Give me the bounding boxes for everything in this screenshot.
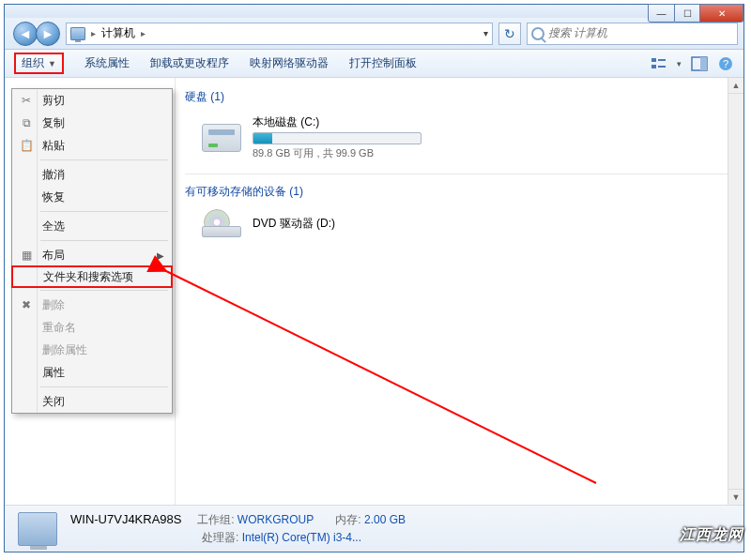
nav-arrows: ◄ ► — [13, 22, 60, 46]
chevron-down-icon: ▼ — [48, 59, 56, 68]
organize-context-menu: ✂剪切 ⧉复制 📋粘贴 撤消 恢复 全选 ▦布局▶ 文件夹和搜索选项 ✖删除 重… — [11, 88, 173, 414]
help-button[interactable]: ? — [717, 56, 734, 71]
vertical-scrollbar[interactable]: ▲ ▼ — [728, 78, 743, 505]
window-buttons: — ☐ ✕ — [648, 4, 743, 23]
menu-separator — [40, 386, 168, 387]
drive-info: 本地磁盘 (C:) 89.8 GB 可用 , 共 99.9 GB — [253, 114, 421, 160]
drive-label: 本地磁盘 (C:) — [253, 114, 421, 130]
menu-undo[interactable]: 撤消 — [12, 163, 172, 186]
drive-dvd[interactable]: DVD 驱动器 (D:) — [185, 205, 743, 241]
menu-folder-options[interactable]: 文件夹和搜索选项 — [11, 265, 173, 288]
computer-name: WIN-U7VJ4KRA98S — [70, 512, 181, 526]
chevron-down-icon[interactable]: ▾ — [677, 59, 682, 68]
details-pane: WIN-U7VJ4KRA98S 工作组: WORKGROUP 内存: 2.00 … — [5, 505, 743, 552]
toolbar: 组织 ▼ 系统属性 卸载或更改程序 映射网络驱动器 打开控制面板 ▾ ? — [5, 50, 743, 78]
view-options-button[interactable] — [651, 56, 667, 71]
disk-usage-bar — [253, 132, 421, 144]
memory-label: 内存: — [335, 513, 360, 526]
scroll-down-arrow-icon[interactable]: ▼ — [728, 489, 743, 505]
path-separator-icon: ▸ — [89, 28, 98, 38]
svg-rect-0 — [651, 58, 656, 62]
system-properties-button[interactable]: 系统属性 — [84, 55, 130, 71]
navbar: ◄ ► ▸ 计算机 ▸ ▾ ↻ 搜索 计算机 — [5, 18, 743, 50]
menu-copy[interactable]: ⧉复制 — [12, 112, 172, 134]
workgroup-label: 工作组: — [197, 513, 234, 526]
breadcrumb-root[interactable]: 计算机 — [101, 25, 135, 41]
search-input[interactable]: 搜索 计算机 — [527, 23, 738, 45]
titlebar: — ☐ ✕ — [5, 5, 743, 18]
cpu-value: Intel(R) Core(TM) i3-4... — [242, 531, 361, 544]
workgroup-value: WORKGROUP — [238, 513, 314, 526]
section-divider — [185, 174, 743, 174]
menu-select-all[interactable]: 全选 — [12, 215, 172, 237]
dvd-drive-icon — [202, 209, 241, 237]
clipboard-icon: 📋 — [18, 139, 35, 152]
section-removable[interactable]: 有可移动存储的设备 (1) — [185, 180, 743, 205]
refresh-button[interactable]: ↻ — [498, 23, 521, 45]
forward-button[interactable]: ► — [36, 22, 60, 46]
minimize-button[interactable]: — — [648, 4, 675, 23]
menu-remove-props: 删除属性 — [12, 339, 172, 361]
uninstall-button[interactable]: 卸载或更改程序 — [150, 55, 229, 71]
section-hard-disks[interactable]: 硬盘 (1) — [185, 85, 743, 111]
computer-icon — [70, 27, 85, 40]
content-pane: 硬盘 (1) 本地磁盘 (C:) 89.8 GB 可用 , 共 99.9 GB … — [176, 78, 743, 505]
menu-separator — [40, 211, 168, 212]
hard-disk-icon — [202, 124, 241, 152]
address-dropdown[interactable]: ▾ — [483, 28, 488, 38]
svg-rect-2 — [658, 59, 666, 61]
path-separator-icon[interactable]: ▸ — [139, 28, 147, 38]
menu-cut[interactable]: ✂剪切 — [12, 89, 172, 112]
organize-label: 组织 — [22, 55, 44, 71]
menu-separator — [40, 290, 168, 291]
menu-paste[interactable]: 📋粘贴 — [12, 134, 172, 157]
delete-icon: ✖ — [18, 298, 35, 311]
watermark: 江西龙网 — [680, 525, 743, 545]
cpu-label: 处理器: — [202, 531, 238, 544]
preview-pane-button[interactable] — [691, 56, 708, 71]
submenu-arrow-icon: ▶ — [157, 250, 164, 261]
address-bar[interactable]: ▸ 计算机 ▸ ▾ — [66, 23, 493, 45]
maximize-button[interactable]: ☐ — [675, 4, 700, 23]
details-column: WIN-U7VJ4KRA98S 工作组: WORKGROUP 内存: 2.00 … — [70, 512, 406, 546]
svg-text:?: ? — [723, 58, 728, 69]
close-button[interactable]: ✕ — [700, 4, 743, 23]
drive-label: DVD 驱动器 (D:) — [253, 216, 335, 232]
menu-separator — [40, 240, 168, 241]
drive-free-text: 89.8 GB 可用 , 共 99.9 GB — [253, 146, 421, 160]
svg-rect-1 — [651, 65, 656, 68]
memory-value: 2.00 GB — [364, 513, 406, 526]
drive-c[interactable]: 本地磁盘 (C:) 89.8 GB 可用 , 共 99.9 GB — [185, 111, 743, 164]
search-icon — [531, 27, 544, 40]
svg-rect-5 — [700, 57, 707, 70]
svg-rect-3 — [658, 66, 666, 68]
toolbar-right: ▾ ? — [651, 56, 734, 71]
menu-rename: 重命名 — [12, 316, 172, 339]
details-row: 处理器: Intel(R) Core(TM) i3-4... — [70, 530, 406, 546]
menu-redo[interactable]: 恢复 — [12, 186, 172, 208]
scroll-up-arrow-icon[interactable]: ▲ — [728, 78, 743, 94]
layout-icon: ▦ — [18, 249, 35, 262]
menu-properties[interactable]: 属性 — [12, 361, 172, 384]
menu-layout[interactable]: ▦布局▶ — [12, 244, 172, 266]
menu-close[interactable]: 关闭 — [12, 390, 172, 413]
back-button[interactable]: ◄ — [13, 22, 38, 46]
details-row: WIN-U7VJ4KRA98S 工作组: WORKGROUP 内存: 2.00 … — [70, 512, 406, 528]
scissors-icon: ✂ — [18, 94, 35, 107]
computer-large-icon — [18, 512, 57, 546]
copy-icon: ⧉ — [18, 116, 35, 129]
menu-delete: ✖删除 — [12, 294, 172, 316]
disk-usage-fill — [253, 133, 272, 144]
search-placeholder: 搜索 计算机 — [548, 25, 607, 41]
organize-button[interactable]: 组织 ▼ — [14, 53, 64, 74]
control-panel-button[interactable]: 打开控制面板 — [349, 55, 417, 71]
menu-separator — [40, 159, 168, 160]
map-drive-button[interactable]: 映射网络驱动器 — [250, 55, 329, 71]
